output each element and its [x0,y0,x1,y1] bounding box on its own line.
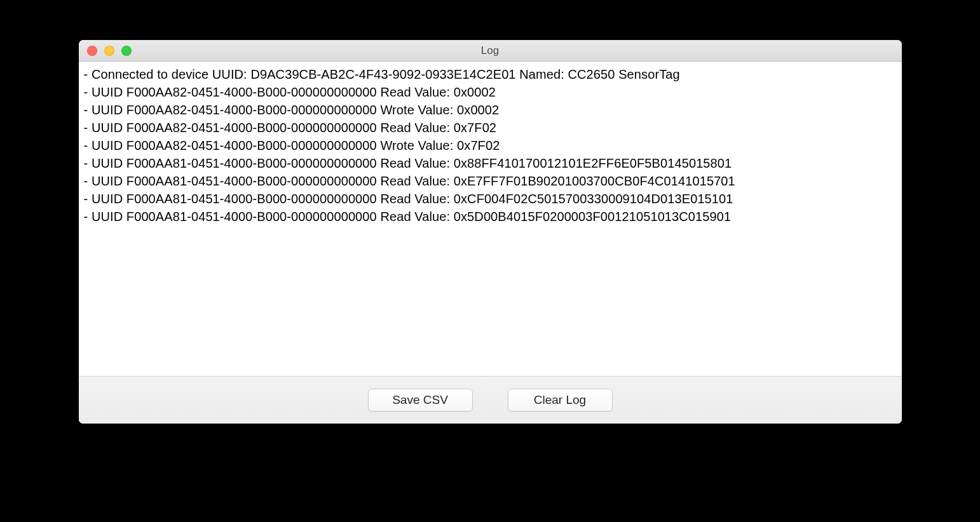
log-line[interactable]: - Connected to device UUID: D9AC39CB-AB2… [84,65,897,83]
traffic-lights [79,46,132,56]
log-window: Log - Connected to device UUID: D9AC39CB… [79,40,902,424]
close-button[interactable] [87,46,97,56]
log-line[interactable]: - UUID F000AA82-0451-4000-B000-000000000… [84,83,897,101]
log-line[interactable]: - UUID F000AA81-0451-4000-B000-000000000… [84,154,897,172]
titlebar[interactable]: Log [79,40,902,62]
log-line[interactable]: - UUID F000AA82-0451-4000-B000-000000000… [84,119,897,137]
log-line[interactable]: - UUID F000AA81-0451-4000-B000-000000000… [84,172,897,190]
save-csv-button[interactable]: Save CSV [368,389,473,412]
log-line[interactable]: - UUID F000AA82-0451-4000-B000-000000000… [84,137,897,154]
log-line[interactable]: - UUID F000AA81-0451-4000-B000-000000000… [84,190,897,208]
minimize-button[interactable] [104,46,114,56]
log-area[interactable]: - Connected to device UUID: D9AC39CB-AB2… [79,62,902,376]
window-title: Log [79,44,902,57]
clear-log-button[interactable]: Clear Log [508,389,613,412]
log-line[interactable]: - UUID F000AA81-0451-4000-B000-000000000… [84,208,897,225]
maximize-button[interactable] [121,46,132,56]
toolbar: Save CSV Clear Log [79,376,902,424]
log-line[interactable]: - UUID F000AA82-0451-4000-B000-000000000… [84,101,897,119]
